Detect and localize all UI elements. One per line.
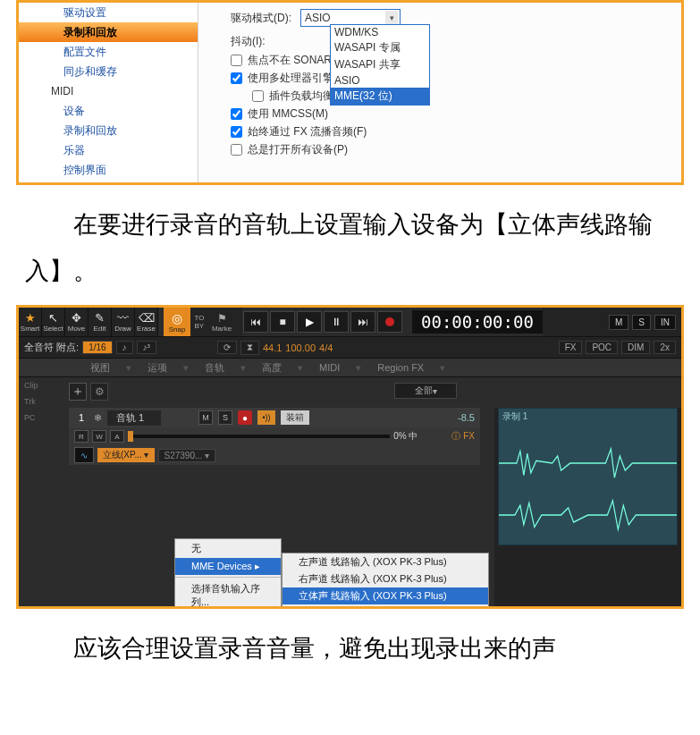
- pause-button[interactable]: ⏸: [324, 311, 349, 333]
- snap-toggle[interactable]: ◎Snap: [164, 308, 190, 336]
- cb-multiproc[interactable]: [231, 72, 242, 84]
- tree-item[interactable]: 同步和缓存: [19, 62, 198, 81]
- snap-val[interactable]: 1/16: [82, 341, 112, 354]
- submenu-item[interactable]: 右声道 线路输入 (XOX PK-3 Plus): [283, 570, 488, 587]
- tree-item[interactable]: 配置文件: [19, 42, 198, 62]
- snap-to[interactable]: TOBY: [190, 308, 208, 336]
- tree-item[interactable]: 控制界面: [19, 160, 198, 180]
- tab-3[interactable]: 高度: [262, 361, 282, 375]
- tempo[interactable]: 100.00: [285, 342, 316, 353]
- erase-tool[interactable]: ⌫Erase: [135, 308, 158, 336]
- pill-2x[interactable]: 2x: [654, 341, 676, 354]
- dropdown-option[interactable]: ASIO: [331, 73, 429, 88]
- tree-item[interactable]: 录制和回放: [19, 22, 198, 42]
- timesig[interactable]: 4/4: [319, 342, 333, 353]
- tree-item[interactable]: 乐器: [19, 140, 198, 160]
- flag-icon: ⚑: [217, 312, 227, 325]
- input-menu[interactable]: 无MME Devices ▸选择音轨输入序列...选择音轨输入...新跳线插入点: [174, 538, 282, 609]
- dropdown-option[interactable]: WASAPI 共享: [331, 56, 429, 73]
- submenu-item[interactable]: 左声道 线路输入 (XOX PK-3 Plus): [283, 553, 488, 570]
- submenu-item[interactable]: 左声道 CB6N Analog In 1/2 (Cube6Nano W: [283, 604, 488, 609]
- pill-s[interactable]: S: [632, 315, 651, 330]
- add-track-button[interactable]: ＋: [69, 383, 87, 401]
- mute-button[interactable]: M: [198, 410, 213, 425]
- chevron-down-icon: ▾: [385, 11, 398, 25]
- tab-5[interactable]: Region FX: [377, 362, 424, 373]
- tree-item[interactable]: 驱动设置: [19, 3, 198, 22]
- submenu-item[interactable]: 立体声 线路输入 (XOX PK-3 Plus): [283, 587, 488, 604]
- ffwd-button[interactable]: ⏭: [350, 311, 375, 333]
- cb-focus[interactable]: [231, 55, 242, 66]
- dropdown-option[interactable]: MME(32 位): [331, 88, 429, 105]
- metro-icon[interactable]: ⧗: [240, 341, 259, 355]
- track-name[interactable]: 音轨 1: [107, 410, 161, 426]
- record-button[interactable]: [377, 311, 402, 333]
- input-submenu[interactable]: 左声道 线路输入 (XOX PK-3 Plus)右声道 线路输入 (XOX PK…: [282, 553, 489, 609]
- freeze-icon[interactable]: ❄: [94, 412, 102, 424]
- tree-item[interactable]: 鼓映射管理器: [19, 180, 198, 185]
- timecode-display[interactable]: 00:00:00:00: [412, 310, 543, 334]
- filter-all[interactable]: 全部 ▾: [394, 383, 457, 399]
- cb-loadbal[interactable]: [252, 90, 264, 102]
- input-selector[interactable]: 立线(XP...: [97, 448, 155, 462]
- star-icon: ★: [25, 312, 36, 325]
- marker-tool[interactable]: ⚑Marke: [208, 308, 235, 336]
- cb-mmcss[interactable]: [231, 108, 242, 120]
- tab-4[interactable]: MIDI: [319, 362, 340, 373]
- input-menu-item[interactable]: MME Devices ▸: [175, 558, 281, 575]
- stop-button[interactable]: ■: [270, 311, 295, 333]
- driver-mode-label: 驱动模式(D):: [231, 11, 293, 26]
- draw-tool[interactable]: 〰Draw: [112, 308, 135, 336]
- cb-alldev-label: 总是打开所有设备(P): [248, 142, 348, 157]
- select-tool[interactable]: ↖Select: [42, 308, 65, 336]
- loop-icon[interactable]: ⟳: [217, 341, 237, 354]
- arm-record-button[interactable]: ●: [238, 410, 252, 425]
- dropdown-option[interactable]: WDM/KS: [331, 25, 429, 39]
- volume-slider[interactable]: [128, 435, 390, 438]
- solo-button[interactable]: S: [218, 410, 232, 425]
- tab-1[interactable]: 运项: [148, 361, 167, 375]
- play-button[interactable]: ▶: [297, 311, 322, 333]
- pill-dim[interactable]: DIM: [621, 341, 650, 354]
- tab-0[interactable]: 视图: [90, 361, 110, 375]
- fx-button[interactable]: ⓘ FX: [451, 430, 475, 443]
- dropdown-option[interactable]: WASAPI 专属: [331, 39, 429, 56]
- record-icon: [385, 317, 394, 326]
- output-selector[interactable]: S27390...: [158, 449, 216, 462]
- cb-mmcss-label: 使用 MMCSS(M): [248, 106, 328, 122]
- track-settings-button[interactable]: ⚙: [90, 383, 108, 401]
- track-header[interactable]: 1 ❄ 音轨 1 M S ● •)) 装箱 -8.5: [69, 408, 480, 427]
- draw-icon: 〰: [117, 312, 129, 325]
- waveform-left: [499, 439, 677, 487]
- archive-button[interactable]: 装箱: [281, 410, 309, 425]
- read-automation[interactable]: R: [74, 430, 89, 443]
- note-icon[interactable]: ♪: [116, 341, 133, 354]
- tree-item[interactable]: 设备: [19, 101, 198, 121]
- prefs-tree: 驱动设置录制和回放配置文件同步和缓存MIDI设备录制和回放乐器控制界面鼓映射管理…: [19, 3, 198, 182]
- tree-item[interactable]: 录制和回放: [19, 121, 198, 140]
- driver-mode-dropdown[interactable]: WDM/KSWASAPI 专属WASAPI 共享ASIOMME(32 位): [330, 24, 430, 106]
- input-menu-item[interactable]: 无: [175, 539, 281, 558]
- rewind-button[interactable]: ⏮: [243, 311, 268, 333]
- pill-fx[interactable]: FX: [559, 341, 583, 354]
- monitor-button[interactable]: •)): [257, 410, 275, 425]
- track-strip: 1 ❄ 音轨 1 M S ● •)) 装箱 -8.5 R W A 0% 中 ⓘ …: [69, 408, 480, 465]
- pill-in[interactable]: IN: [654, 315, 676, 330]
- cb-fxstream[interactable]: [231, 126, 242, 138]
- clip-lane[interactable]: 录制 1: [494, 408, 681, 609]
- snap-row: 全音符 附点: 1/16 ♪ ♪³ ⟳ ⧗ 44.1 100.00 4/4 FX…: [19, 336, 681, 358]
- triplet-icon[interactable]: ♪³: [137, 341, 156, 354]
- smart-tool[interactable]: ★Smart: [19, 308, 42, 336]
- move-tool[interactable]: ✥Move: [65, 308, 89, 336]
- tree-item[interactable]: MIDI: [19, 81, 198, 101]
- pill-m[interactable]: M: [609, 315, 628, 330]
- write-automation[interactable]: W: [92, 430, 106, 443]
- input-menu-item[interactable]: 选择音轨输入序列...: [175, 579, 281, 609]
- cb-alldev[interactable]: [231, 144, 242, 156]
- audio-clip[interactable]: 录制 1: [498, 408, 678, 545]
- edit-icon: ✎: [95, 312, 105, 325]
- pill-poc[interactable]: POC: [586, 341, 618, 354]
- tab-2[interactable]: 音轨: [205, 361, 224, 375]
- a-button[interactable]: A: [110, 430, 124, 443]
- edit-tool[interactable]: ✎Edit: [89, 308, 112, 336]
